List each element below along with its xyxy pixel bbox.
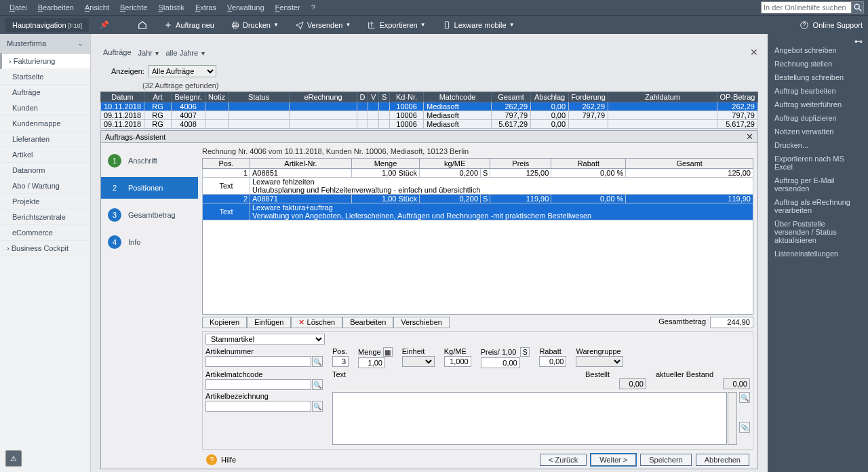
sidebar-item-auftrge[interactable]: Aufträge [0,85,90,100]
action-drucken---[interactable]: Drucken... [774,141,861,149]
col-header[interactable]: V [368,92,379,102]
pos-input[interactable] [332,356,349,367]
col-header[interactable]: Datum [101,92,144,102]
wizard-step-gesamtbetrag[interactable]: 3Gesamtbetrag [101,204,198,226]
menu-statistik[interactable]: Statistik [153,2,190,13]
col-header[interactable]: Belegnr. [172,92,205,102]
help-search-input[interactable] [761,1,852,14]
order-row[interactable]: 09.11.2018RG400810006Mediasoft5.617,290,… [101,120,758,129]
text-zoom-button[interactable]: 🔍 [739,392,750,403]
menu-bearbeiten[interactable]: Bearbeiten [33,2,79,13]
sidebar-item-ecommerce[interactable]: eCommerce [0,225,90,241]
home-button[interactable] [134,18,151,32]
pos-copy-button[interactable]: Kopieren [202,317,247,328]
col-header[interactable]: OP-Betrag [717,92,758,102]
action-exportieren-nach-ms-exce[interactable]: Exportieren nach MS Excel [774,155,861,171]
sidebar-item-projekte[interactable]: Projekte [0,194,90,210]
einheit-select[interactable] [402,356,435,367]
company-selector[interactable]: Musterfirma ⌄ [0,34,90,54]
pos-paste-button[interactable]: Einfügen [247,317,291,328]
order-row[interactable]: 09.11.2018RG400710006Mediasoft797,790,00… [101,111,758,120]
pin-icon[interactable]: 📌 [100,20,109,29]
filter-all-years[interactable]: alle Jahre [165,49,198,57]
warengruppe-select[interactable] [576,356,623,367]
back-button[interactable]: < Zurück [540,454,587,466]
sidebar-item-berichtszentrale[interactable]: Berichtszentrale [0,210,90,225]
col-header[interactable]: Abschlag [531,92,569,102]
menu-ansicht[interactable]: Ansicht [79,2,115,13]
sidebar-item-startseite[interactable]: Startseite [0,69,90,85]
action-auftrag-per-e-mail-verse[interactable]: Auftrag per E-Mail versenden [774,176,861,193]
menu-help[interactable]: ? [306,2,321,13]
versenden-button[interactable]: Versenden▼ [291,18,355,32]
sidebar-item-fakturierung[interactable]: › Fakturierung [0,54,90,69]
pos-move-button[interactable]: Verschieben [393,317,450,328]
col-header[interactable]: Kd-Nr. [390,92,424,102]
artikelnummer-input[interactable] [205,356,311,367]
artikelnummer-search[interactable]: 🔍 [312,356,323,367]
sidebar-item-artikel[interactable]: Artikel [0,147,90,163]
text-area[interactable] [332,392,727,445]
pos-delete-button[interactable]: ✕ Löschen [291,317,342,328]
col-header[interactable]: Notiz [205,92,229,102]
position-row[interactable]: TextLexware faktura+auftragVerwaltung vo… [203,203,753,220]
pos-edit-button[interactable]: Bearbeiten [342,317,393,328]
menu-berichte[interactable]: Berichte [115,2,153,13]
text-attach-button[interactable]: 📎 [739,422,750,433]
close-view-button[interactable]: ✕ [750,47,758,58]
action-angebot-schreiben[interactable]: Angebot schreiben [774,46,861,54]
col-header[interactable]: Forderung [569,92,608,102]
cancel-button[interactable]: Abbrechen [696,454,749,466]
rabatt-input[interactable] [539,356,566,367]
sidebar-item-datanorm[interactable]: Datanorm [0,163,90,178]
action-auftrag-bearbeiten[interactable]: Auftrag bearbeiten [774,87,861,95]
action-auftrag-als-erechnung-ve[interactable]: Auftrag als eRechnung verarbeiten [774,198,861,214]
menge-calc-icon[interactable]: ▦ [383,347,393,357]
sidebar-item-kundenmappe[interactable]: Kundenmappe [0,116,90,132]
action-auftrag-duplizieren[interactable]: Auftrag duplizieren [774,114,861,122]
wizard-step-anschrift[interactable]: 1Anschrift [101,150,198,172]
main-nav-button[interactable]: Hauptnavigation [F10] [5,18,89,32]
filter-year-label[interactable]: Jahr [138,49,153,57]
col-header[interactable]: Zahldatum [608,92,717,102]
action-auftrag-weiterf-hren[interactable]: Auftrag weiterführen [774,100,861,109]
kgme-input[interactable] [444,356,471,367]
drucken-button[interactable]: Drucken▼ [226,18,283,32]
text-scrollbar[interactable] [728,392,737,445]
wizard-step-info[interactable]: 4Info [101,231,198,253]
col-header[interactable]: eRechnung [290,92,357,102]
exportieren-button[interactable]: Exportieren▼ [363,18,429,32]
online-support-button[interactable]: Online Support [813,21,863,29]
dialog-close-button[interactable]: ✕ [746,132,753,142]
action-listeneinstellungen[interactable]: Listeneinstellungen [774,250,861,258]
help-search-button[interactable] [852,1,864,14]
position-row[interactable]: TextLexware fehlzeitenUrlaubsplanung und… [203,178,753,195]
col-header[interactable]: Art [144,92,172,102]
artikelmatch-search[interactable]: 🔍 [312,379,323,390]
sidebar-item-abowartung[interactable]: Abo / Wartung [0,178,90,194]
next-button[interactable]: Weiter > [591,454,636,466]
menu-fenster[interactable]: Fenster [270,2,306,13]
col-header[interactable]: S [379,92,390,102]
position-row[interactable]: 1A088511,00 Stück0,200S125,000,00 %125,0… [203,169,753,178]
sidebar-item-businesscockpit[interactable]: › Business Cockpit [0,241,90,256]
col-header[interactable]: Matchcode [424,92,492,102]
action-bestellung-schreiben[interactable]: Bestellung schreiben [774,73,861,81]
menu-verwaltung[interactable]: Verwaltung [222,2,269,13]
menge-input[interactable] [358,357,385,368]
menu-datei[interactable]: Datei [4,2,33,13]
alert-button[interactable]: ⚠ [5,450,22,467]
filter-select[interactable]: Alle Aufträge [149,65,216,77]
artikelbez-search[interactable]: 🔍 [312,401,323,412]
actions-pin-icon[interactable]: ⊷ [854,37,863,46]
auftrag-neu-button[interactable]: ＋Auftrag neu [159,17,218,33]
stammartikel-select[interactable]: Stammartikel [205,334,325,345]
action--ber-poststelle-versende[interactable]: Über Poststelle versenden / Status aktua… [774,220,861,244]
help-link[interactable]: Hilfe [221,456,236,464]
col-header[interactable]: Gesamt [492,92,531,102]
save-button[interactable]: Speichern [640,454,692,466]
wizard-step-positionen[interactable]: 2Positionen [101,177,198,199]
sidebar-item-kunden[interactable]: Kunden [0,100,90,116]
lexware-mobile-button[interactable]: Lexware mobile▼ [438,18,519,32]
action-notizen-verwalten[interactable]: Notizen verwalten [774,127,861,136]
